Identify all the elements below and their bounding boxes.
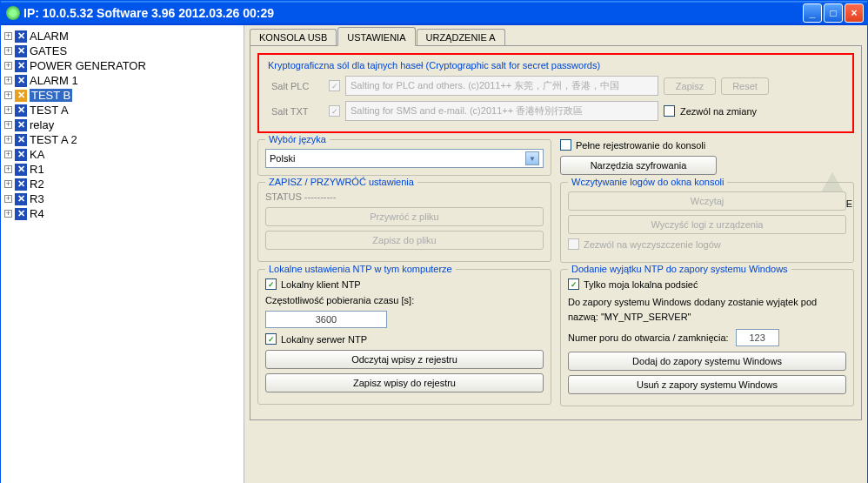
main-window: IP: 10.0.5.32 Software 3.96 2012.03.26 0… [0, 0, 868, 483]
tree-item[interactable]: +✕R3 [1, 191, 244, 206]
salt-plc-input: Salting for PLC and others. (c)2011++ 东莞… [345, 76, 658, 96]
tree-item[interactable]: +✕TEST A [1, 103, 244, 117]
add-firewall-button[interactable]: Dodaj do zapory systemu Windows [568, 352, 846, 371]
save-file-button: Zapisz do pliku [265, 231, 544, 250]
tree-item[interactable]: +✕GATES [1, 44, 244, 58]
tree-item[interactable]: +✕KA [1, 147, 244, 162]
expand-icon[interactable]: + [4, 136, 12, 144]
tree-label: R1 [30, 163, 44, 176]
tree-label: GATES [30, 44, 67, 57]
tree-label: ALARM 1 [30, 74, 78, 87]
language-title: Wybór języka [265, 134, 330, 144]
status-label: STATUS ---------- [265, 191, 544, 202]
tree-label: R2 [30, 178, 44, 191]
tree-node-icon: ✕ [15, 193, 27, 205]
maximize-button[interactable]: □ [824, 3, 843, 23]
tree-node-icon: ✕ [15, 178, 27, 191]
tree-node-icon: ✕ [15, 75, 27, 87]
tree-node-icon: ✕ [15, 90, 27, 102]
salt-plc-label: Salt PLC [271, 81, 324, 91]
tree-label: TEST A 2 [30, 133, 77, 146]
ntp-client-label: Lokalny klient NTP [281, 279, 361, 290]
tab-konsola[interactable]: KONSOLA USB [250, 29, 337, 45]
port-label: Numer poru do otwarcia / zamknięcia: [568, 332, 729, 343]
tree-item[interactable]: +✕relay [1, 117, 244, 132]
expand-icon[interactable]: + [4, 165, 12, 173]
tree-label: relay [30, 118, 54, 131]
ntp-client-checkbox[interactable]: ✓ [265, 278, 277, 290]
tree-item[interactable]: +✕ALARM [1, 29, 244, 44]
log-load-title: Wczytywanie logów do okna konsoli [568, 177, 727, 187]
tree-label: POWER GENERATOR [30, 59, 146, 72]
tree-node-icon: ✕ [15, 164, 27, 176]
restore-file-button: Przywróć z pliku [265, 207, 544, 226]
tree-item[interactable]: +✕TEST B [1, 88, 244, 103]
fw-desc: Do zapory systemu Windows dodany zostani… [568, 295, 846, 324]
main-panel: KONSOLA USB USTAWIENIA URZĄDZENIE A Kryp… [244, 25, 867, 483]
ntp-freq-label: Częstotliwość pobierania czasu [s]: [265, 295, 544, 305]
full-log-label: Pełne rejestrowanie do konsoli [576, 140, 705, 151]
expand-icon[interactable]: + [4, 62, 12, 70]
clear-logs-button: Wyczyść logi z urządzenia [568, 215, 846, 234]
expand-icon[interactable]: + [4, 77, 12, 84]
tree-label: R3 [30, 192, 44, 205]
write-registry-button[interactable]: Zapisz wpisy do rejestru [265, 373, 544, 392]
port-input[interactable]: 123 [736, 329, 779, 346]
tree-node-icon: ✕ [15, 149, 27, 161]
salt-txt-checkbox: ✓ [329, 105, 340, 117]
tree-item[interactable]: +✕POWER GENERATOR [1, 58, 244, 73]
ntp-freq-input[interactable]: 3600 [265, 311, 387, 328]
expand-icon[interactable]: + [4, 47, 12, 55]
expand-icon[interactable]: + [4, 106, 12, 114]
tabs: KONSOLA USB USTAWIENIA URZĄDZENIE A [250, 27, 862, 45]
salt-txt-input: Salting for SMS and e-mail. (c)2011++ 香港… [345, 101, 658, 121]
tree-item[interactable]: +✕R1 [1, 162, 244, 177]
language-value: Polski [270, 153, 295, 164]
salt-groupbox: Kryptograficzna sól dla tajnych haseł (C… [257, 53, 854, 133]
save-restore-title: ZAPISZ / PRZYWRÓĆ ustawienia [265, 177, 417, 187]
tab-urzadzenie[interactable]: URZĄDZENIE A [417, 29, 505, 45]
tree-label: KA [30, 148, 44, 161]
close-button[interactable]: × [845, 3, 864, 23]
expand-icon[interactable]: + [4, 151, 12, 158]
salt-plc-checkbox: ✓ [329, 80, 340, 91]
tree-panel[interactable]: +✕ALARM+✕GATES+✕POWER GENERATOR+✕ALARM 1… [1, 25, 244, 483]
load-logs-button: Wczytaj [568, 191, 846, 211]
tree-item[interactable]: +✕R4 [1, 206, 244, 221]
tree-label: ALARM [30, 30, 69, 43]
allow-changes-checkbox[interactable] [664, 105, 675, 117]
allow-changes-label: Zezwól na zmiany [680, 106, 757, 117]
remove-firewall-button[interactable]: Usuń z zapory systemu Windows [568, 375, 846, 394]
expand-icon[interactable]: + [4, 210, 12, 218]
expand-icon[interactable]: + [4, 121, 12, 129]
tree-item[interactable]: +✕TEST A 2 [1, 132, 244, 147]
tab-ustawienia[interactable]: USTAWIENIA [337, 27, 415, 46]
tree-node-icon: ✕ [15, 30, 27, 43]
log-load-groupbox: Wczytywanie logów do okna konsoli Wczyta… [560, 182, 854, 263]
subnet-checkbox[interactable]: ✓ [568, 278, 579, 290]
full-log-checkbox[interactable] [560, 139, 571, 151]
titlebar: IP: 10.0.5.32 Software 3.96 2012.03.26 0… [1, 1, 867, 25]
expand-icon[interactable]: + [4, 32, 12, 40]
minimize-button[interactable]: _ [803, 3, 822, 23]
tree-node-icon: ✕ [15, 134, 27, 146]
tree-item[interactable]: +✕ALARM 1 [1, 73, 244, 88]
expand-icon[interactable]: + [4, 180, 12, 188]
salt-txt-label: Salt TXT [271, 106, 324, 117]
allow-clear-checkbox [568, 238, 579, 250]
language-select[interactable]: Polski ▼ [265, 149, 544, 168]
titlebar-text: IP: 10.0.5.32 Software 3.96 2012.03.26 0… [23, 6, 803, 20]
tab-content: Kryptograficzna sól dla tajnych haseł (C… [250, 45, 862, 420]
salt-reset-button: Reset [721, 77, 769, 95]
expand-icon[interactable]: + [4, 195, 12, 203]
ntp-local-title: Lokalne ustawienia NTP w tym komputerze [265, 264, 456, 274]
ntp-server-checkbox[interactable]: ✓ [265, 333, 277, 345]
tree-node-icon: ✕ [15, 208, 27, 220]
tree-node-icon: ✕ [15, 45, 27, 57]
expand-icon[interactable]: + [4, 91, 12, 99]
tree-item[interactable]: +✕R2 [1, 177, 244, 191]
save-restore-groupbox: ZAPISZ / PRZYWRÓĆ ustawienia STATUS ----… [257, 182, 551, 262]
encrypt-tools-button[interactable]: Narzędzia szyfrowania [560, 156, 717, 175]
read-registry-button[interactable]: Odczytaj wpisy z rejestru [265, 350, 544, 369]
language-groupbox: Wybór języka Polski ▼ [257, 139, 551, 176]
